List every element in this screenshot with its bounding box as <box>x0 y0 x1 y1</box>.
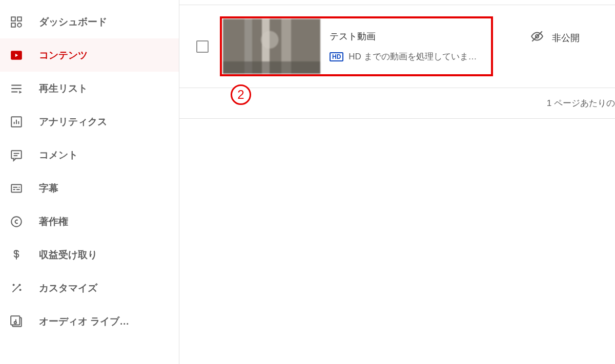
svg-rect-14 <box>11 151 22 158</box>
visibility-cell[interactable]: 非公開 <box>530 30 580 46</box>
audio-library-icon <box>9 314 24 329</box>
sidebar: ダッシュボード コンテンツ 再生リスト アナリティクス <box>0 0 179 364</box>
analytics-icon <box>9 115 24 129</box>
copyright-icon <box>9 215 24 229</box>
svg-point-26 <box>20 289 21 290</box>
row-checkbox[interactable] <box>196 40 209 53</box>
sidebar-item-subtitles[interactable]: 字幕 <box>0 172 179 205</box>
video-processing-status: HD HD までの動画を処理していま… <box>330 51 477 62</box>
video-status-text: HD までの動画を処理していま… <box>348 51 477 62</box>
svg-point-22 <box>11 217 22 227</box>
content-icon <box>9 48 24 62</box>
sidebar-item-label: ダッシュボード <box>39 15 107 29</box>
sidebar-item-comments[interactable]: コメント <box>0 138 179 172</box>
svg-rect-0 <box>11 17 15 21</box>
video-title[interactable]: テスト動画 <box>330 30 477 42</box>
annotation-callout-2: 2 <box>231 84 251 105</box>
sidebar-item-playlists[interactable]: 再生リスト <box>0 72 179 105</box>
visibility-hidden-icon <box>530 30 544 46</box>
visibility-label: 非公開 <box>552 32 580 44</box>
sidebar-item-monetization[interactable]: 収益受け取り <box>0 238 179 271</box>
comment-icon <box>9 148 24 162</box>
sidebar-item-label: コメント <box>39 148 78 162</box>
rows-per-page-label: 1 ページあたりの <box>547 97 615 109</box>
svg-point-25 <box>13 284 14 285</box>
svg-rect-17 <box>11 184 22 192</box>
video-thumbnail[interactable] <box>223 19 320 74</box>
sidebar-item-analytics[interactable]: アナリティクス <box>0 105 179 138</box>
svg-rect-1 <box>17 17 22 21</box>
annotation-highlight-box: テスト動画 HD HD までの動画を処理していま… <box>220 16 493 76</box>
video-row[interactable]: テスト動画 HD HD までの動画を処理していま… 非公開 <box>179 5 615 88</box>
header-row-divider <box>179 0 615 5</box>
dashboard-icon <box>9 15 24 29</box>
subtitles-icon <box>9 181 24 196</box>
sidebar-item-dashboard[interactable]: ダッシュボード <box>0 5 179 38</box>
sidebar-item-customize[interactable]: カスタマイズ <box>0 271 179 305</box>
svg-marker-9 <box>19 91 22 93</box>
dollar-icon <box>9 248 24 262</box>
sidebar-item-audio-library[interactable]: オーディオ ライブ… <box>0 305 179 338</box>
sidebar-item-content[interactable]: コンテンツ <box>0 38 179 72</box>
magic-wand-icon <box>9 281 24 295</box>
sidebar-item-label: 収益受け取り <box>39 248 97 262</box>
svg-point-3 <box>17 23 22 27</box>
video-meta: テスト動画 HD HD までの動画を処理していま… <box>330 30 477 62</box>
hd-badge-icon: HD <box>330 52 343 61</box>
sidebar-item-copyright[interactable]: 著作権 <box>0 205 179 238</box>
svg-point-24 <box>19 284 20 285</box>
sidebar-item-label: 字幕 <box>39 182 58 195</box>
playlist-icon <box>9 81 24 96</box>
sidebar-item-label: オーディオ ライブ… <box>39 315 129 328</box>
svg-line-23 <box>12 285 19 292</box>
sidebar-item-label: 著作権 <box>39 215 68 228</box>
sidebar-item-label: アナリティクス <box>39 115 107 129</box>
svg-rect-2 <box>11 23 15 27</box>
sidebar-item-label: カスタマイズ <box>39 282 97 295</box>
sidebar-item-label: 再生リスト <box>39 82 88 95</box>
sidebar-item-label: コンテンツ <box>39 49 88 62</box>
